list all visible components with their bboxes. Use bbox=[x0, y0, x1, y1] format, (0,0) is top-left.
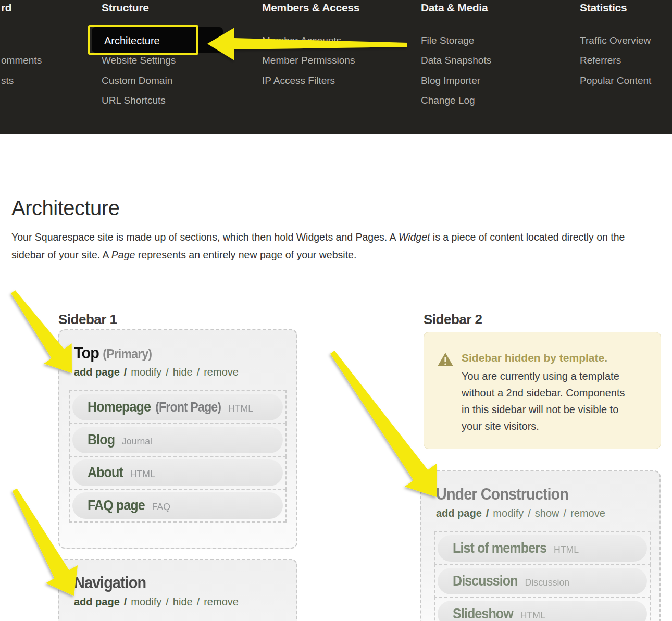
nav-column-dashboard: rd omments sts bbox=[1, 0, 11, 14]
nav-column-header: Members & Access bbox=[262, 0, 359, 14]
section-actions: add page/modify/hide/remove bbox=[74, 366, 288, 378]
nav-item-blog-importer[interactable]: Blog Importer bbox=[421, 71, 491, 91]
warning-title: Sidebar hidden by template. bbox=[462, 352, 649, 364]
nav-column-data-media: Data & Media File Storage Data Snapshots… bbox=[421, 0, 488, 14]
section-under-construction: Under Construction add page/modify/show/… bbox=[420, 470, 661, 621]
section-title: Navigation bbox=[74, 574, 273, 592]
add-page-link[interactable]: add page bbox=[74, 596, 120, 607]
page-pill-about[interactable]: AboutHTML bbox=[72, 459, 283, 486]
page: rd omments sts Structure Architecture We… bbox=[0, 0, 672, 621]
nav-column-members-access: Members & Access Member Accounts Member … bbox=[262, 0, 359, 14]
intro-line-1: Your Squarespace site is made up of sect… bbox=[11, 228, 672, 246]
warning-box: Sidebar hidden by template. You are curr… bbox=[424, 332, 661, 449]
hide-link[interactable]: hide bbox=[173, 596, 193, 607]
intro-line-2: sidebar of your site. A Page represents … bbox=[11, 246, 672, 264]
nav-item-change-log[interactable]: Change Log bbox=[421, 91, 491, 110]
add-page-link[interactable]: add page bbox=[74, 366, 120, 378]
section-title: Under Construction bbox=[436, 485, 636, 504]
nav-column-header: Data & Media bbox=[421, 0, 488, 14]
nav-divider bbox=[559, 0, 559, 126]
nav-item-empty bbox=[1, 31, 42, 51]
page-row: DiscussionDiscussion bbox=[434, 564, 651, 598]
page-list: List of membersHTML DiscussionDiscussion… bbox=[434, 531, 651, 621]
remove-link[interactable]: remove bbox=[204, 596, 239, 607]
page-row: Homepage(Front Page)HTML bbox=[69, 390, 287, 424]
hide-link[interactable]: hide bbox=[173, 366, 193, 378]
nav-item-data-snapshots[interactable]: Data Snapshots bbox=[421, 51, 491, 70]
nav-item-member-permissions[interactable]: Member Permissions bbox=[262, 51, 355, 70]
page-pill-slideshow[interactable]: SlideshowHTML bbox=[438, 601, 647, 621]
nav-item-popular-content[interactable]: Popular Content bbox=[580, 71, 651, 91]
page-list: Homepage(Front Page)HTML BlogJournal Abo… bbox=[69, 390, 287, 523]
nav-item-url-shortcuts[interactable]: URL Shortcuts bbox=[102, 91, 176, 110]
section-top: Top(Primary) add page/modify/hide/remove… bbox=[58, 329, 297, 549]
page-pill-homepage[interactable]: Homepage(Front Page)HTML bbox=[72, 394, 283, 420]
section-navigation: Navigation add page/modify/hide/remove bbox=[58, 559, 297, 621]
page-pill-discussion[interactable]: DiscussionDiscussion bbox=[438, 568, 647, 594]
section-actions: add page/modify/show/remove bbox=[436, 507, 651, 519]
nav-column-statistics: Statistics Traffic Overview Referrers Po… bbox=[580, 0, 627, 14]
remove-link[interactable]: remove bbox=[570, 507, 605, 519]
page-pill-list-of-members[interactable]: List of membersHTML bbox=[438, 535, 647, 562]
nav-column-header: Structure bbox=[102, 0, 149, 14]
nav-column-header: Statistics bbox=[580, 0, 627, 14]
nav-divider bbox=[399, 0, 399, 126]
annotation-highlight-box bbox=[88, 25, 198, 55]
nav-column-structure: Structure Architecture Website Settings … bbox=[102, 0, 149, 14]
page-row: BlogJournal bbox=[69, 423, 287, 457]
page-row: AboutHTML bbox=[69, 456, 287, 490]
page-row: FAQ pageFAQ bbox=[69, 489, 287, 523]
page-pill-faq[interactable]: FAQ pageFAQ bbox=[72, 492, 283, 519]
nav-item-referrers[interactable]: Referrers bbox=[580, 51, 651, 70]
modify-link[interactable]: modify bbox=[493, 507, 524, 519]
page-title: Architecture bbox=[11, 196, 119, 220]
nav-item-ip-access-filters[interactable]: IP Access Filters bbox=[262, 71, 355, 91]
nav-divider bbox=[241, 0, 241, 126]
add-page-link[interactable]: add page bbox=[436, 507, 482, 519]
nav-item-member-accounts[interactable]: Member Accounts bbox=[262, 31, 355, 51]
page-row: List of membersHTML bbox=[434, 531, 651, 565]
nav-item-comments[interactable]: omments bbox=[1, 51, 42, 70]
sidebar2-heading: Sidebar 2 bbox=[424, 312, 482, 328]
modify-link[interactable]: modify bbox=[131, 366, 161, 378]
admin-nav: rd omments sts Structure Architecture We… bbox=[0, 0, 672, 134]
warning-content: Sidebar hidden by template. You are curr… bbox=[462, 352, 649, 434]
show-link[interactable]: show bbox=[535, 507, 559, 519]
modify-link[interactable]: modify bbox=[131, 596, 161, 607]
nav-column-header: rd bbox=[1, 0, 11, 14]
nav-divider bbox=[80, 0, 80, 126]
intro-paragraph: Your Squarespace site is made up of sect… bbox=[11, 228, 672, 264]
sidebar1-heading: Sidebar 1 bbox=[58, 312, 117, 328]
nav-item-custom-domain[interactable]: Custom Domain bbox=[102, 71, 176, 91]
page-pill-blog[interactable]: BlogJournal bbox=[72, 427, 283, 453]
section-title: Top(Primary) bbox=[74, 344, 273, 363]
nav-item-file-storage[interactable]: File Storage bbox=[421, 31, 491, 51]
nav-item-posts[interactable]: sts bbox=[1, 71, 42, 91]
section-actions: add page/modify/hide/remove bbox=[74, 596, 288, 608]
warning-icon bbox=[437, 352, 454, 369]
remove-link[interactable]: remove bbox=[204, 366, 239, 378]
page-row: SlideshowHTML bbox=[434, 597, 651, 621]
nav-item-traffic-overview[interactable]: Traffic Overview bbox=[580, 31, 651, 51]
